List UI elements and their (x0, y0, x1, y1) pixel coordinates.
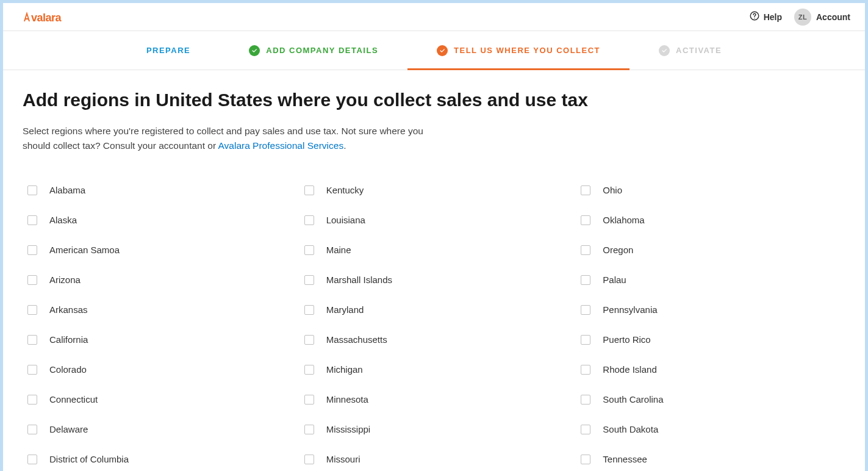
region-checkbox-item[interactable]: Massachusetts (304, 325, 569, 354)
region-checkbox-item[interactable]: Rhode Island (581, 354, 845, 384)
checkbox-icon[interactable] (304, 245, 314, 255)
region-label: Palau (603, 275, 626, 285)
region-label: Tennessee (603, 454, 647, 464)
region-checkbox-item[interactable]: Louisiana (304, 205, 569, 235)
region-checkbox-item[interactable]: Oklahoma (581, 205, 845, 235)
region-label: Alabama (49, 185, 85, 195)
region-checkbox-item[interactable]: Connecticut (27, 384, 292, 414)
region-label: California (49, 334, 88, 345)
region-label: Massachusetts (326, 334, 387, 345)
region-label: Ohio (603, 185, 622, 195)
step-activate: ACTIVATE (629, 31, 751, 70)
svg-text:valara: valara (31, 12, 62, 24)
checkbox-icon[interactable] (581, 395, 590, 404)
checkbox-icon[interactable] (27, 215, 37, 225)
region-column-3: OhioOklahomaOregonPalauPennsylvaniaPuert… (581, 175, 845, 471)
region-label: Rhode Island (603, 364, 656, 375)
region-checkbox-item[interactable]: Missouri (304, 444, 569, 471)
region-label: Delaware (49, 424, 88, 434)
region-checkbox-item[interactable]: Delaware (27, 414, 292, 444)
region-checkbox-item[interactable]: Alaska (27, 205, 292, 235)
step-where-you-collect[interactable]: TELL US WHERE YOU COLLECT (407, 31, 629, 70)
checkbox-icon[interactable] (27, 395, 37, 404)
checkbox-icon[interactable] (304, 455, 314, 464)
svg-point-2 (754, 18, 755, 19)
checkbox-icon[interactable] (304, 215, 314, 225)
checkbox-icon[interactable] (581, 245, 590, 255)
checkbox-icon[interactable] (581, 305, 590, 315)
region-checkbox-item[interactable]: Arizona (27, 265, 292, 295)
checkbox-icon[interactable] (304, 425, 314, 434)
account-button[interactable]: ZL Account (794, 9, 850, 26)
checkbox-icon[interactable] (304, 305, 314, 315)
help-button[interactable]: Help (749, 10, 782, 23)
step-prepare[interactable]: PREPARE (117, 31, 220, 70)
check-circle-icon (249, 45, 260, 56)
checkbox-icon[interactable] (27, 185, 37, 195)
help-label: Help (764, 12, 782, 22)
page-description: Select regions where you're registered t… (23, 124, 450, 153)
avalara-logo-icon: valara (23, 10, 77, 24)
checkbox-icon[interactable] (581, 335, 590, 345)
region-label: Maine (326, 245, 351, 255)
region-label: Minnesota (326, 394, 368, 404)
content-region: Add regions in United States where you c… (3, 70, 865, 471)
region-column-2: KentuckyLouisianaMaineMarshall IslandsMa… (304, 175, 569, 471)
region-label: Alaska (49, 215, 77, 225)
region-label: Pennsylvania (603, 304, 657, 315)
stepper: PREPARE ADD COMPANY DETAILS TELL US WHER… (3, 31, 865, 70)
checkbox-icon[interactable] (581, 185, 590, 195)
checkbox-icon[interactable] (27, 335, 37, 345)
checkbox-icon[interactable] (304, 335, 314, 345)
checkbox-icon[interactable] (581, 455, 590, 464)
checkbox-icon[interactable] (581, 215, 590, 225)
region-checkbox-item[interactable]: Oregon (581, 235, 845, 265)
checkbox-icon[interactable] (581, 425, 590, 434)
region-checkbox-item[interactable]: Palau (581, 265, 845, 295)
checkbox-icon[interactable] (304, 395, 314, 404)
region-checkbox-item[interactable]: South Carolina (581, 384, 845, 414)
region-checkbox-item[interactable]: Mississippi (304, 414, 569, 444)
checkbox-icon[interactable] (27, 455, 37, 464)
region-label: Mississippi (326, 424, 371, 434)
region-checkbox-item[interactable]: Colorado (27, 354, 292, 384)
step-label: ADD COMPANY DETAILS (266, 46, 378, 55)
region-label: Kentucky (326, 185, 364, 195)
region-checkbox-item[interactable]: Arkansas (27, 295, 292, 325)
brand-logo[interactable]: valara (23, 10, 77, 24)
region-checkbox-item[interactable]: Minnesota (304, 384, 569, 414)
checkbox-icon[interactable] (27, 365, 37, 375)
region-label: Missouri (326, 454, 360, 464)
checkbox-icon[interactable] (581, 275, 590, 285)
checkbox-icon[interactable] (581, 365, 590, 375)
region-checkbox-item[interactable]: Tennessee (581, 444, 845, 471)
region-checkbox-item[interactable]: Marshall Islands (304, 265, 569, 295)
region-label: South Carolina (603, 394, 663, 404)
check-circle-icon (437, 45, 448, 56)
region-label: Maryland (326, 304, 364, 315)
avatar: ZL (794, 9, 811, 26)
checkbox-icon[interactable] (27, 275, 37, 285)
checkbox-icon[interactable] (27, 245, 37, 255)
checkbox-icon[interactable] (304, 185, 314, 195)
region-checkbox-item[interactable]: South Dakota (581, 414, 845, 444)
region-checkbox-item[interactable]: Puerto Rico (581, 325, 845, 354)
checkbox-icon[interactable] (304, 275, 314, 285)
step-add-company-details[interactable]: ADD COMPANY DETAILS (220, 31, 407, 70)
region-checkbox-item[interactable]: Ohio (581, 175, 845, 205)
checkbox-icon[interactable] (27, 425, 37, 434)
region-checkbox-item[interactable]: Maryland (304, 295, 569, 325)
check-circle-icon (659, 45, 670, 56)
region-checkbox-item[interactable]: Alabama (27, 175, 292, 205)
checkbox-icon[interactable] (304, 365, 314, 375)
region-checkbox-item[interactable]: Pennsylvania (581, 295, 845, 325)
region-checkbox-item[interactable]: Maine (304, 235, 569, 265)
page-title: Add regions in United States where you c… (23, 90, 845, 110)
checkbox-icon[interactable] (27, 305, 37, 315)
region-checkbox-item[interactable]: District of Columbia (27, 444, 292, 471)
region-checkbox-item[interactable]: American Samoa (27, 235, 292, 265)
region-checkbox-item[interactable]: Kentucky (304, 175, 569, 205)
region-checkbox-item[interactable]: California (27, 325, 292, 354)
avalara-professional-services-link[interactable]: Avalara Professional Services (218, 140, 344, 151)
region-checkbox-item[interactable]: Michigan (304, 354, 569, 384)
